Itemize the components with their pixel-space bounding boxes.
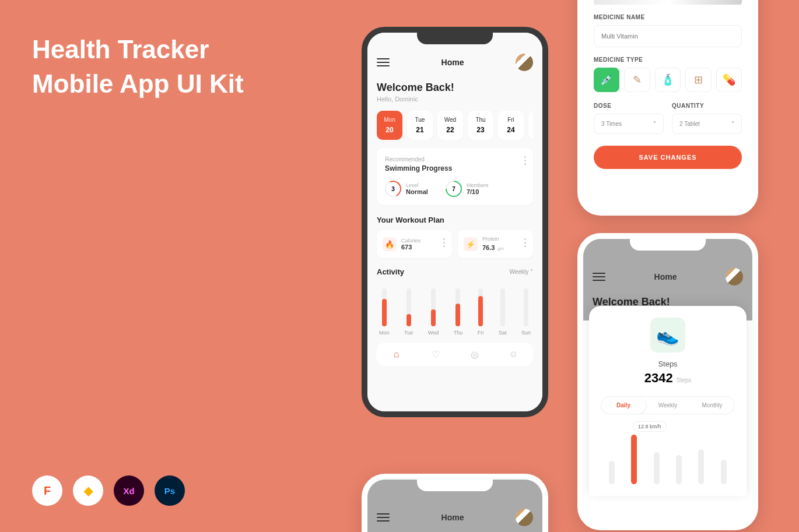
- day-pill[interactable]: Wed22: [437, 111, 463, 140]
- type-iv-icon[interactable]: 💉: [594, 68, 619, 92]
- steps-chart: 12.8 km/h: [601, 426, 735, 484]
- day-pill[interactable]: Tue21: [407, 111, 433, 140]
- profile-icon[interactable]: ☺: [508, 348, 520, 360]
- kebab-icon[interactable]: [443, 238, 445, 247]
- page-title: Home: [441, 58, 464, 67]
- menu-icon[interactable]: [377, 58, 390, 66]
- phone-home-peek: Home Welcome Back!: [362, 474, 548, 532]
- type-capsule-icon[interactable]: 💊: [716, 68, 742, 92]
- flame-icon: 🔥: [383, 237, 397, 251]
- workout-heading: Your Workout Plan: [377, 216, 533, 224]
- phone-steps: Home Welcome Back! 👟 Steps 2342 Steps Da…: [577, 233, 758, 530]
- period-tab[interactable]: Daily: [601, 397, 646, 414]
- avatar[interactable]: [516, 54, 533, 71]
- period-tab[interactable]: Monthly: [690, 397, 734, 414]
- protein-card[interactable]: ⚡ Protein 76.3 gm: [458, 230, 533, 258]
- type-syringe-icon[interactable]: ✎: [624, 68, 650, 92]
- location-icon[interactable]: ◎: [469, 348, 481, 360]
- kebab-icon[interactable]: [524, 238, 526, 247]
- level-ring: 3: [385, 181, 401, 197]
- activity-filter[interactable]: Weekly ˅: [510, 269, 533, 275]
- menu-icon[interactable]: [593, 273, 605, 281]
- hero-title: Health Tracker Mobile App UI Kit: [32, 32, 244, 101]
- welcome-heading: Welcome Back!: [377, 82, 533, 94]
- figma-icon: F: [32, 475, 62, 506]
- xd-icon: Xd: [114, 475, 144, 506]
- day-pill[interactable]: Mon20: [377, 111, 402, 140]
- home-icon[interactable]: ⌂: [391, 348, 402, 360]
- speed-badge: 12.8 km/h: [633, 421, 667, 432]
- avatar[interactable]: [516, 509, 533, 526]
- day-pill[interactable]: Fri24: [498, 111, 524, 140]
- medicine-image: [594, 0, 742, 5]
- steps-count: 2342 Steps: [601, 371, 735, 386]
- activity-chart: MonTueWedThuFriSatSun: [377, 283, 533, 336]
- phone-home: Home Welcome Back! Hello, Dominic Mon20T…: [362, 27, 548, 417]
- kebab-icon[interactable]: [524, 156, 526, 165]
- members-ring: 7: [446, 181, 462, 197]
- medicine-type-label: MEDICINE TYPE: [594, 57, 742, 63]
- avatar[interactable]: [726, 268, 743, 286]
- medicine-name-input[interactable]: [594, 25, 742, 47]
- activity-heading: Activity: [377, 267, 404, 276]
- period-tabs: DailyWeeklyMonthly: [601, 396, 735, 414]
- quantity-select[interactable]: 2 Tablet˅: [672, 114, 742, 134]
- day-strip: Mon20Tue21Wed22Thu23Fri24Sat25: [377, 111, 533, 140]
- chevron-down-icon: ˅: [731, 121, 734, 127]
- medicine-name-label: MEDICINE NAME: [594, 14, 742, 20]
- bolt-icon: ⚡: [464, 237, 478, 251]
- calories-card[interactable]: 🔥 Calories 673: [377, 230, 452, 258]
- day-pill[interactable]: Thu23: [468, 111, 493, 140]
- type-bottle-icon[interactable]: 🧴: [655, 68, 681, 92]
- menu-icon[interactable]: [377, 513, 390, 522]
- quantity-label: QUANTITY: [672, 103, 742, 109]
- sketch-icon: ◆: [73, 475, 103, 506]
- tool-badges: F ◆ Xd Ps: [32, 475, 185, 506]
- recommended-card[interactable]: Recommended Swimming Progress 3 Level No…: [377, 148, 533, 205]
- day-pill[interactable]: Sat25: [528, 111, 533, 140]
- dose-label: DOSE: [594, 103, 664, 109]
- chevron-down-icon: ˅: [653, 121, 656, 127]
- steps-title: Steps: [601, 360, 735, 368]
- shoe-icon: 👟: [650, 318, 685, 353]
- save-button[interactable]: SAVE CHANGES: [594, 146, 742, 169]
- period-tab[interactable]: Weekly: [646, 397, 690, 414]
- heart-icon[interactable]: ♡: [430, 348, 441, 360]
- phone-medicine: MEDICINE NAME MEDICINE TYPE 💉 ✎ 🧴 ⊞ 💊 DO…: [577, 0, 758, 216]
- ps-icon: Ps: [155, 475, 185, 506]
- type-pills-icon[interactable]: ⊞: [685, 68, 711, 92]
- hello-text: Hello, Dominic: [377, 96, 533, 103]
- dose-select[interactable]: 3 Times˅: [594, 114, 664, 134]
- bottom-nav: ⌂ ♡ ◎ ☺: [377, 343, 533, 366]
